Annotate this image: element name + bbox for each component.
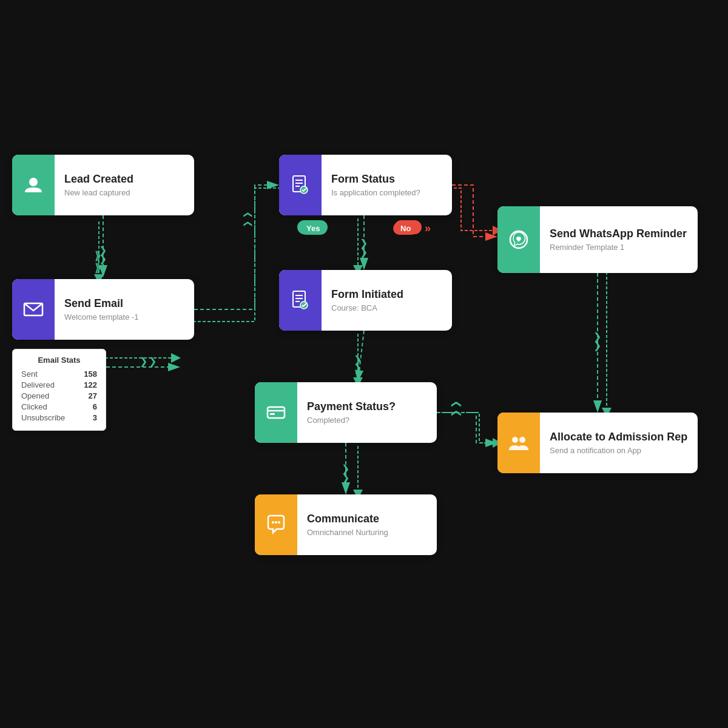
svg-point-28 <box>519 437 525 443</box>
svg-text:❯: ❯ <box>342 473 349 484</box>
whatsapp-content: Send WhatsApp Reminder Reminder Template… <box>540 220 698 259</box>
svg-text:⟫: ⟫ <box>95 250 101 262</box>
svg-point-8 <box>29 178 38 186</box>
yes-badge: Yes <box>299 222 327 235</box>
whatsapp-subtitle: Reminder Template 1 <box>550 243 688 252</box>
svg-point-25 <box>278 521 280 524</box>
svg-text:❯: ❯ <box>593 340 601 351</box>
no-badge: No <box>393 222 418 235</box>
form-initiated-icon <box>279 270 322 331</box>
stats-row-unsubscribe: Unsubscribe 3 <box>21 413 97 422</box>
svg-point-27 <box>512 437 518 443</box>
stats-row-opened: Opened 27 <box>21 391 97 400</box>
payment-status-icon <box>255 382 297 443</box>
svg-text:❯: ❯ <box>140 356 147 367</box>
form-status-icon <box>279 155 322 215</box>
svg-text:❯: ❯ <box>354 363 362 374</box>
lead-created-icon <box>12 155 55 215</box>
svg-rect-20 <box>268 407 285 418</box>
svg-text:❯: ❯ <box>450 410 461 417</box>
stats-row-delivered: Delivered 122 <box>21 380 97 389</box>
payment-status-subtitle: Completed? <box>307 416 427 425</box>
svg-text:⟫: ⟫ <box>95 262 101 274</box>
svg-point-24 <box>275 521 277 524</box>
whatsapp-icon <box>497 206 540 273</box>
form-status-subtitle: Is application completed? <box>331 188 442 197</box>
communicate-title: Communicate <box>307 513 427 526</box>
svg-text:❯: ❯ <box>354 354 362 365</box>
svg-rect-22 <box>270 413 275 415</box>
lead-created-title: Lead Created <box>64 173 184 186</box>
communicate-subtitle: Omnichannel Nurturing <box>307 528 427 537</box>
svg-text:❯: ❯ <box>593 331 601 342</box>
lead-created-subtitle: New lead captured <box>64 188 184 197</box>
allocate-title: Allocate to Admission Rep <box>550 431 688 444</box>
allocate-icon <box>497 413 540 473</box>
svg-text:❯: ❯ <box>242 220 252 228</box>
send-email-node[interactable]: Send Email Welcome template -1 <box>12 279 194 340</box>
communicate-icon <box>255 494 297 555</box>
send-email-subtitle: Welcome template -1 <box>64 312 184 322</box>
form-initiated-content: Form Initiated Course: BCA <box>322 281 452 320</box>
send-email-icon <box>12 279 55 340</box>
communicate-content: Communicate Omnichannel Nurturing <box>297 505 437 544</box>
send-email-title: Send Email <box>64 297 184 311</box>
form-status-title: Form Status <box>331 173 442 186</box>
payment-status-node[interactable]: Payment Status? Completed? <box>255 382 437 443</box>
no-arrow: » <box>425 222 428 235</box>
stats-row-clicked: Clicked 6 <box>21 402 97 411</box>
allocate-subtitle: Send a notification on App <box>550 446 688 455</box>
stats-row-sent: Sent 158 <box>21 369 97 379</box>
communicate-node[interactable]: Communicate Omnichannel Nurturing <box>255 494 437 555</box>
lead-created-node[interactable]: Lead Created New lead captured <box>12 155 194 215</box>
form-initiated-node[interactable]: Form Initiated Course: BCA <box>279 270 452 331</box>
svg-line-41 <box>358 331 364 381</box>
allocate-node[interactable]: Allocate to Admission Rep Send a notific… <box>497 413 698 473</box>
svg-text:❯: ❯ <box>360 247 368 258</box>
form-status-node[interactable]: Form Status Is application completed? <box>279 155 452 215</box>
svg-text:❯: ❯ <box>99 254 107 265</box>
whatsapp-title: Send WhatsApp Reminder <box>550 228 688 241</box>
whatsapp-node[interactable]: Send WhatsApp Reminder Reminder Template… <box>497 206 698 273</box>
lead-created-content: Lead Created New lead captured <box>55 166 194 204</box>
svg-text:❯: ❯ <box>242 211 252 218</box>
form-initiated-subtitle: Course: BCA <box>331 303 442 312</box>
send-email-content: Send Email Welcome template -1 <box>55 290 194 329</box>
svg-text:❯: ❯ <box>342 463 349 474</box>
email-stats-popup: Email Stats Sent 158 Delivered 122 Opene… <box>12 349 106 431</box>
svg-text:❯: ❯ <box>360 238 368 249</box>
svg-point-23 <box>272 521 274 524</box>
form-initiated-title: Form Initiated <box>331 288 442 302</box>
form-status-content: Form Status Is application completed? <box>322 166 452 204</box>
svg-text:❯: ❯ <box>149 356 157 367</box>
svg-text:❯: ❯ <box>450 400 461 408</box>
email-stats-title: Email Stats <box>21 356 97 365</box>
allocate-content: Allocate to Admission Rep Send a notific… <box>540 423 698 462</box>
payment-status-content: Payment Status? Completed? <box>297 393 437 432</box>
payment-status-title: Payment Status? <box>307 400 427 414</box>
svg-text:❯: ❯ <box>99 245 107 256</box>
